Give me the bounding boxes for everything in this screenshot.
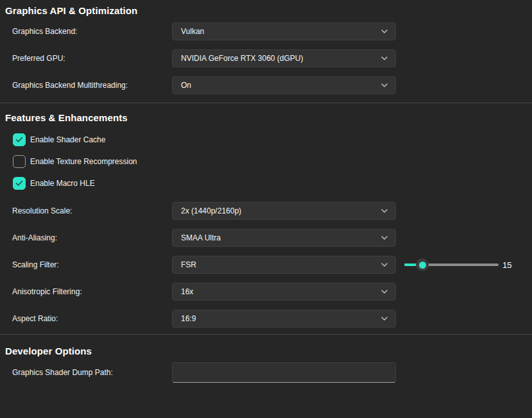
backend-multithreading-row: Graphics Backend Multithreading: On: [0, 76, 532, 94]
enable-shader-cache-checkbox[interactable]: [13, 133, 26, 146]
chevron-down-icon: [377, 236, 391, 240]
graphics-backend-label: Graphics Backend:: [12, 22, 77, 40]
aspect-ratio-row: Aspect Ratio: 16:9: [0, 310, 532, 328]
preferred-gpu-label: Preferred GPU:: [12, 49, 65, 67]
preferred-gpu-select[interactable]: NVIDIA GeForce RTX 3060 (dGPU): [172, 49, 396, 67]
preferred-gpu-value: NVIDIA GeForce RTX 3060 (dGPU): [173, 54, 377, 63]
chevron-down-icon: [377, 317, 391, 321]
graphics-backend-select[interactable]: Vulkan: [172, 22, 396, 40]
slider-value: 15: [502, 256, 511, 274]
section-divider: [0, 103, 532, 103]
anti-aliasing-row: Anti-Aliasing: SMAA Ultra: [0, 229, 532, 247]
chevron-down-icon: [377, 56, 391, 60]
section-title-graphics-api: Graphics API & Optimization: [0, 0, 532, 16]
resolution-scale-select[interactable]: 2x (1440p/2160p): [172, 202, 396, 220]
enable-macro-hle-checkbox[interactable]: [13, 177, 26, 190]
scaling-filter-select[interactable]: FSR: [172, 256, 396, 274]
check-icon: [15, 178, 23, 189]
backend-multithreading-label: Graphics Backend Multithreading:: [12, 76, 128, 94]
graphics-backend-row: Graphics Backend: Vulkan: [0, 22, 532, 40]
section-title-features: Features & Enhancements: [0, 112, 532, 123]
section-title-developer: Developer Options: [0, 346, 532, 356]
backend-multithreading-value: On: [173, 81, 377, 90]
aspect-ratio-value: 16:9: [173, 314, 377, 323]
check-icon: [15, 134, 23, 146]
resolution-scale-label: Resolution Scale:: [12, 202, 72, 220]
anti-aliasing-label: Anti-Aliasing:: [12, 229, 57, 247]
graphics-settings-page: Graphics API & Optimization Graphics Bac…: [0, 0, 532, 418]
anti-aliasing-select[interactable]: SMAA Ultra: [172, 229, 396, 247]
scaling-filter-value: FSR: [173, 260, 377, 269]
texture-recompression-row: Enable Texture Recompression: [0, 155, 532, 168]
enable-texture-recompression-checkbox[interactable]: [13, 155, 26, 168]
shader-cache-row: Enable Shader Cache: [0, 133, 532, 146]
graphics-shader-dump-path-input[interactable]: [172, 362, 396, 383]
chevron-down-icon: [377, 263, 391, 267]
anisotropic-filtering-row: Anisotropic Filtering: 16x: [0, 283, 532, 301]
section-divider: [0, 334, 532, 335]
macro-hle-label: Enable Macro HLE: [30, 179, 95, 188]
anisotropic-filtering-label: Anisotropic Filtering:: [12, 283, 82, 301]
scaling-filter-level-slider[interactable]: [404, 256, 499, 274]
aspect-ratio-select[interactable]: 16:9: [172, 310, 396, 328]
resolution-scale-row: Resolution Scale: 2x (1440p/2160p): [0, 202, 532, 220]
scaling-filter-label: Scaling Filter:: [12, 256, 59, 274]
anisotropic-filtering-select[interactable]: 16x: [172, 283, 396, 301]
preferred-gpu-row: Preferred GPU: NVIDIA GeForce RTX 3060 (…: [0, 49, 532, 67]
texture-recompression-label: Enable Texture Recompression: [30, 157, 137, 166]
chevron-down-icon: [377, 209, 391, 213]
resolution-scale-value: 2x (1440p/2160p): [173, 206, 377, 215]
backend-multithreading-select[interactable]: On: [172, 76, 396, 94]
anti-aliasing-value: SMAA Ultra: [173, 233, 377, 242]
shader-dump-path-row: Graphics Shader Dump Path:: [0, 362, 532, 383]
macro-hle-row: Enable Macro HLE: [0, 177, 532, 190]
slider-thumb[interactable]: [416, 258, 429, 271]
shader-cache-label: Enable Shader Cache: [30, 135, 105, 144]
aspect-ratio-label: Aspect Ratio:: [12, 310, 58, 328]
graphics-backend-value: Vulkan: [173, 27, 377, 36]
shader-dump-path-label: Graphics Shader Dump Path:: [12, 362, 113, 383]
chevron-down-icon: [377, 290, 391, 294]
chevron-down-icon: [377, 29, 391, 33]
anisotropic-filtering-value: 16x: [173, 287, 377, 296]
chevron-down-icon: [377, 83, 391, 87]
scaling-filter-row: Scaling Filter: FSR 15: [0, 256, 532, 274]
